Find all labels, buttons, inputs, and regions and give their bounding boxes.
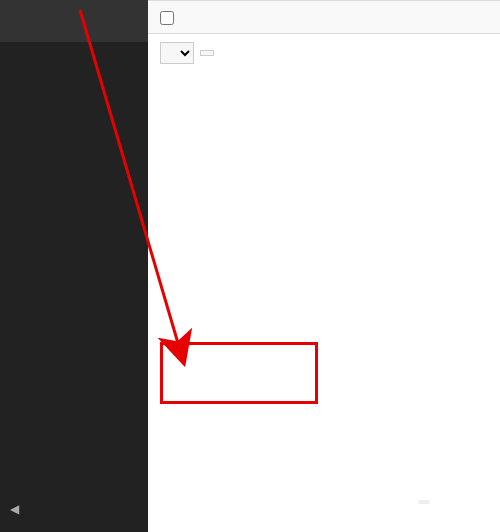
bulk-select[interactable]	[160, 42, 194, 64]
collapse-icon: ◀	[10, 502, 19, 516]
plugins-table	[148, 0, 500, 532]
watermark-logo	[418, 500, 430, 504]
apply-button[interactable]	[200, 50, 214, 56]
bulk-actions	[148, 34, 500, 72]
admin-sidebar: ◀	[0, 0, 148, 532]
select-all-checkbox[interactable]	[160, 11, 174, 25]
collapse-menu[interactable]: ◀	[0, 494, 148, 524]
plugins-submenu	[0, 0, 148, 42]
submenu-editor[interactable]	[0, 26, 148, 36]
submenu-installed[interactable]	[0, 6, 148, 16]
submenu-addnew[interactable]	[0, 16, 148, 26]
col-desc-label	[324, 9, 488, 25]
table-footer	[148, 0, 500, 34]
